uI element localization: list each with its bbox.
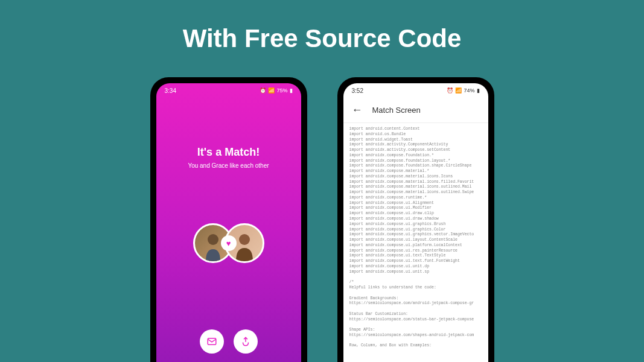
alarm-icon: ⏰ <box>260 87 266 94</box>
status-bar: 3:34 ⏰ 📶 75% ▮ <box>156 83 301 98</box>
alarm-icon: ⏰ <box>447 87 453 94</box>
battery-text: 74% <box>464 87 474 94</box>
phone-code: 3:52 ⏰ 📶 74% ▮ ← Match Screen import and… <box>337 77 494 362</box>
status-bar: 3:52 ⏰ 📶 74% ▮ <box>343 83 488 98</box>
match-title: It's a Match! <box>197 146 260 159</box>
battery-icon: ▮ <box>477 87 480 94</box>
action-buttons <box>200 329 258 354</box>
avatars-container: ♥ <box>193 223 264 263</box>
svg-point-0 <box>208 234 218 245</box>
status-time: 3:34 <box>165 87 176 94</box>
heart-icon: ♥ <box>226 239 231 248</box>
match-screen: 3:34 ⏰ 📶 75% ▮ It's a Match! You and Gra… <box>156 83 301 362</box>
phone-match: 3:34 ⏰ 📶 75% ▮ It's a Match! You and Gra… <box>150 77 307 362</box>
status-icons: ⏰ 📶 75% ▮ <box>260 87 292 94</box>
code-header: ← Match Screen <box>343 98 488 123</box>
network-icon: 📶 <box>268 87 275 94</box>
mail-icon <box>206 336 217 347</box>
swipe-icon <box>240 336 251 347</box>
header-title: Match Screen <box>372 106 421 115</box>
code-screen: 3:52 ⏰ 📶 74% ▮ ← Match Screen import and… <box>343 83 488 362</box>
code-content[interactable]: import android.content.Context import an… <box>343 123 488 352</box>
match-subtitle: You and Grace like each other <box>188 162 269 169</box>
status-icons: ⏰ 📶 74% ▮ <box>447 87 479 94</box>
mail-button[interactable] <box>200 329 224 354</box>
swipe-button[interactable] <box>234 329 258 354</box>
battery-text: 75% <box>276 87 287 94</box>
heart-badge: ♥ <box>221 235 237 251</box>
battery-icon: ▮ <box>290 87 293 94</box>
match-content: It's a Match! You and Grace like each ot… <box>156 98 301 354</box>
page-title: With Free Source Code <box>0 0 644 53</box>
svg-point-1 <box>239 234 250 245</box>
back-button[interactable]: ← <box>352 104 363 116</box>
phones-container: 3:34 ⏰ 📶 75% ▮ It's a Match! You and Gra… <box>0 77 644 362</box>
status-time: 3:52 <box>352 87 363 94</box>
network-icon: 📶 <box>455 87 462 94</box>
